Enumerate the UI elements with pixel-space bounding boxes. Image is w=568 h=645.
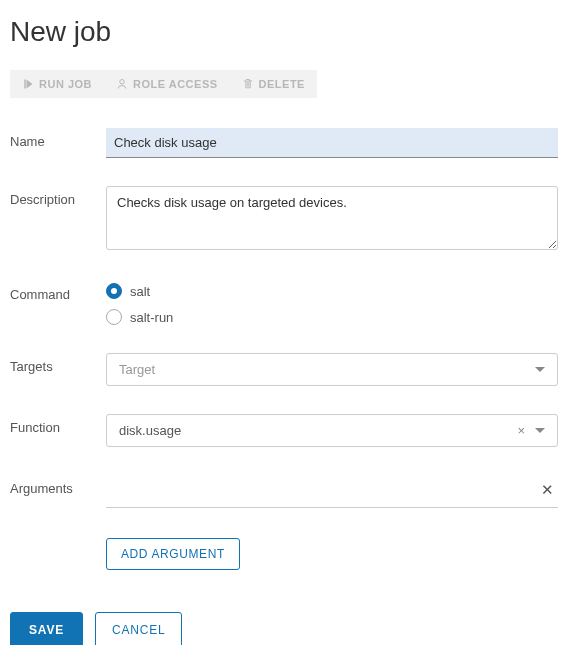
role-access-button[interactable]: ROLE ACCESS: [104, 70, 230, 98]
run-job-label: RUN JOB: [39, 78, 92, 90]
footer-actions: SAVE CANCEL: [10, 612, 558, 645]
radio-salt-label: salt: [130, 284, 150, 299]
save-button[interactable]: SAVE: [10, 612, 83, 645]
name-label: Name: [10, 128, 106, 149]
command-radio-group: salt salt-run: [106, 281, 558, 325]
radio-salt[interactable]: salt: [106, 283, 558, 299]
name-input[interactable]: [106, 128, 558, 158]
chevron-down-icon: [535, 367, 545, 372]
targets-label: Targets: [10, 353, 106, 374]
run-job-button[interactable]: RUN JOB: [10, 70, 104, 98]
page-title: New job: [10, 16, 558, 48]
toolbar: RUN JOB ROLE ACCESS DELETE: [10, 70, 558, 98]
argument-row: ✕: [106, 475, 558, 508]
function-select[interactable]: disk.usage ×: [106, 414, 558, 447]
add-argument-button[interactable]: ADD ARGUMENT: [106, 538, 240, 570]
run-icon: [22, 78, 34, 90]
clear-function-icon[interactable]: ×: [517, 423, 525, 438]
radio-unchecked-icon: [106, 309, 122, 325]
function-label: Function: [10, 414, 106, 435]
radio-salt-run-label: salt-run: [130, 310, 173, 325]
arguments-label: Arguments: [10, 475, 106, 496]
role-access-label: ROLE ACCESS: [133, 78, 218, 90]
radio-salt-run[interactable]: salt-run: [106, 309, 558, 325]
delete-label: DELETE: [259, 78, 305, 90]
description-label: Description: [10, 186, 106, 207]
remove-argument-icon[interactable]: ✕: [541, 481, 558, 499]
chevron-down-icon: [535, 428, 545, 433]
description-textarea[interactable]: Checks disk usage on targeted devices.: [106, 186, 558, 250]
targets-select[interactable]: Target: [106, 353, 558, 386]
person-icon: [116, 78, 128, 90]
svg-point-0: [120, 80, 125, 85]
delete-button[interactable]: DELETE: [230, 70, 317, 98]
trash-icon: [242, 78, 254, 90]
function-value: disk.usage: [119, 423, 181, 438]
targets-placeholder: Target: [119, 362, 155, 377]
command-label: Command: [10, 281, 106, 302]
radio-checked-icon: [106, 283, 122, 299]
cancel-button[interactable]: CANCEL: [95, 612, 182, 645]
